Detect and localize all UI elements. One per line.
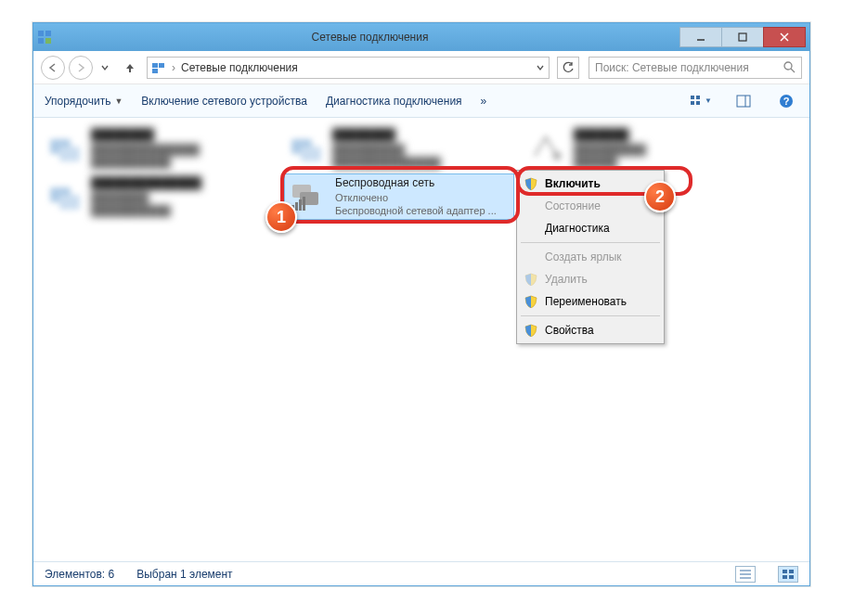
diagnose-button[interactable]: Диагностика подключения <box>326 95 462 108</box>
forward-button[interactable] <box>69 56 93 80</box>
svg-rect-13 <box>691 96 694 99</box>
help-button[interactable]: ? <box>774 91 798 111</box>
menu-separator <box>521 242 660 243</box>
status-count: Элементов: 6 <box>45 568 114 581</box>
search-box[interactable]: Поиск: Сетевые подключения <box>589 57 802 79</box>
svg-rect-0 <box>38 31 44 36</box>
shield-icon <box>523 177 539 190</box>
svg-rect-3 <box>45 38 51 44</box>
context-menu: Включить Состояние Диагностика Создать я… <box>516 170 665 344</box>
close-button[interactable] <box>763 27 806 47</box>
explorer-window: Сетевые подключения › Сетевые подключени… <box>32 22 810 586</box>
svg-point-25 <box>552 151 562 160</box>
window-title: Сетевые подключения <box>59 31 680 44</box>
folder-icon <box>151 60 166 75</box>
svg-text:?: ? <box>783 96 790 107</box>
chevron-down-icon: ▼ <box>114 96 123 106</box>
network-item[interactable]: ██████████████████████████████████ <box>43 125 273 172</box>
shield-icon <box>523 295 539 308</box>
wireless-network-item[interactable]: Беспроводная сеть Отключено Беспроводной… <box>284 173 514 220</box>
network-item[interactable]: █████████████████████████████████ <box>43 173 273 220</box>
search-icon <box>783 61 796 73</box>
breadcrumb[interactable]: Сетевые подключения <box>181 61 298 74</box>
svg-rect-30 <box>291 205 294 211</box>
svg-rect-2 <box>38 38 44 44</box>
organize-button[interactable]: Упорядочить▼ <box>45 95 123 108</box>
item-adapter: Беспроводной сетевой адаптер ... <box>335 204 497 217</box>
back-button[interactable] <box>41 56 65 80</box>
menu-diagnose[interactable]: Диагностика <box>519 217 662 239</box>
breadcrumb-sep: › <box>172 61 175 74</box>
svg-rect-39 <box>783 575 787 579</box>
minimize-button[interactable] <box>679 27 722 47</box>
enable-device-button[interactable]: Включение сетевого устройства <box>141 95 307 108</box>
svg-rect-24 <box>301 147 321 161</box>
titlebar: Сетевые подключения <box>33 23 809 51</box>
address-bar[interactable]: › Сетевые подключения <box>147 57 550 79</box>
svg-rect-10 <box>152 69 158 73</box>
up-button[interactable] <box>121 58 139 77</box>
menu-rename[interactable]: Переименовать <box>519 290 662 313</box>
svg-rect-17 <box>737 96 750 107</box>
search-placeholder: Поиск: Сетевые подключения <box>595 61 783 74</box>
details-view-button[interactable] <box>735 566 756 583</box>
svg-rect-37 <box>783 570 787 573</box>
svg-rect-31 <box>295 202 298 211</box>
item-name: Беспроводная сеть <box>335 176 497 191</box>
svg-rect-5 <box>739 33 746 41</box>
shield-icon <box>523 273 539 286</box>
menu-delete: Удалить <box>519 268 662 290</box>
menu-properties[interactable]: Свойства <box>519 319 662 341</box>
svg-rect-9 <box>159 63 164 68</box>
view-options-button[interactable]: ▼ <box>689 91 713 111</box>
menu-shortcut: Создать ярлык <box>519 246 662 268</box>
svg-line-12 <box>791 69 795 72</box>
svg-rect-8 <box>152 63 158 68</box>
menu-separator <box>521 315 660 316</box>
svg-rect-38 <box>789 570 794 573</box>
refresh-button[interactable] <box>557 57 579 79</box>
svg-rect-22 <box>59 147 80 161</box>
network-item[interactable]: █████████████████████████████████ <box>284 125 514 172</box>
svg-rect-32 <box>299 199 302 211</box>
svg-rect-40 <box>789 575 794 579</box>
preview-pane-button[interactable] <box>731 91 756 111</box>
svg-rect-1 <box>45 31 51 36</box>
overflow-button[interactable]: » <box>481 95 487 108</box>
svg-rect-15 <box>691 101 694 105</box>
menu-status: Состояние <box>519 195 662 217</box>
item-status: Отключено <box>335 191 497 204</box>
wireless-adapter-icon <box>289 177 328 216</box>
menu-enable[interactable]: Включить <box>519 173 662 195</box>
tiles-view-button[interactable] <box>778 566 798 583</box>
status-bar: Элементов: 6 Выбран 1 элемент <box>33 561 809 585</box>
window-buttons <box>680 27 806 47</box>
app-icon <box>37 30 52 45</box>
history-dropdown[interactable] <box>97 56 113 80</box>
svg-rect-14 <box>696 96 700 99</box>
svg-point-11 <box>784 62 792 70</box>
maximize-button[interactable] <box>721 27 764 47</box>
status-selected: Выбран 1 элемент <box>136 568 232 581</box>
network-item[interactable]: ███████████████████████ <box>525 125 756 172</box>
content-area[interactable]: ██████████████████████████████████ █████… <box>33 118 809 561</box>
nav-bar: › Сетевые подключения Поиск: Сетевые под… <box>33 51 809 84</box>
chevron-down-icon[interactable] <box>536 63 545 72</box>
command-bar: Упорядочить▼ Включение сетевого устройст… <box>33 84 809 118</box>
shield-icon <box>523 324 539 337</box>
svg-rect-27 <box>59 195 80 210</box>
svg-rect-16 <box>696 101 700 105</box>
svg-rect-33 <box>303 197 305 211</box>
